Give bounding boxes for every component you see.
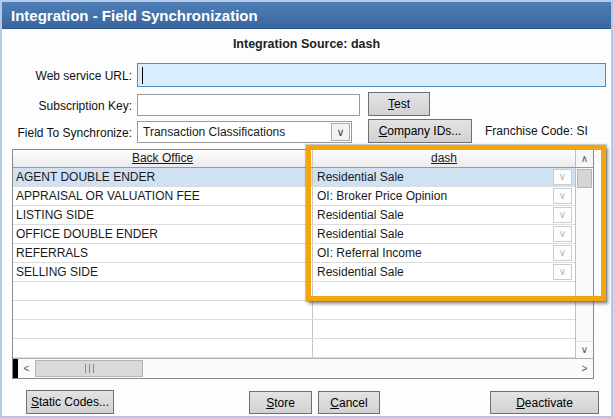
back-office-cell-empty: [13, 301, 313, 319]
dash-cell[interactable]: OI: Broker Price Opinion ∨: [313, 187, 575, 205]
table-header: Back Office dash ∧: [13, 150, 593, 168]
chevron-up-icon: ∧: [581, 154, 588, 164]
field-to-synchronize-select[interactable]: Transaction Classifications ∨: [137, 121, 352, 143]
grip-icon: [85, 364, 94, 373]
back-office-cell[interactable]: SELLING SIDE: [13, 263, 313, 281]
test-button[interactable]: Test: [368, 92, 430, 116]
chevron-down-icon: ∨: [336, 127, 344, 138]
store-button[interactable]: Store: [249, 391, 312, 414]
field-to-synchronize-value: Transaction Classifications: [143, 122, 285, 142]
dash-dropdown-button[interactable]: ∨: [553, 207, 572, 223]
dash-cell-value: OI: Broker Price Opinion: [317, 189, 447, 203]
subscription-key-label: Subscription Key:: [2, 99, 132, 113]
back-office-cell[interactable]: AGENT DOUBLE ENDER: [13, 168, 313, 186]
dash-cell[interactable]: Residential Sale ∨: [313, 263, 575, 281]
table-row-empty[interactable]: [13, 301, 575, 320]
chevron-down-icon: ∨: [559, 210, 566, 220]
dash-cell-value: OI: Referral Income: [317, 246, 422, 260]
scroll-down-button[interactable]: ∨: [576, 341, 593, 358]
web-service-url-label: Web service URL:: [2, 69, 132, 83]
field-to-synchronize-label: Field To Synchronize:: [2, 126, 132, 140]
dash-cell[interactable]: Residential Sale ∨: [313, 225, 575, 243]
chevron-left-icon: <: [24, 364, 30, 374]
dash-dropdown-button[interactable]: ∨: [553, 188, 572, 204]
table-row[interactable]: APPRAISAL OR VALUATION FEE OI: Broker Pr…: [13, 187, 575, 206]
subscription-key-input[interactable]: [137, 94, 360, 116]
table-row[interactable]: OFFICE DOUBLE ENDER Residential Sale ∨: [13, 225, 575, 244]
chevron-down-icon: ∨: [559, 229, 566, 239]
dash-dropdown-button[interactable]: ∨: [553, 226, 572, 242]
column-header-dash[interactable]: dash: [313, 150, 575, 167]
dash-cell-empty: [313, 301, 575, 319]
dash-cell-value: Residential Sale: [317, 170, 404, 184]
scroll-right-button[interactable]: >: [576, 359, 593, 378]
dash-dropdown-button[interactable]: ∨: [553, 169, 572, 185]
dash-cell-empty: [313, 320, 575, 338]
franchise-code-label: Franchise Code: SI: [485, 124, 588, 138]
dash-cell[interactable]: Residential Sale ∨: [313, 168, 575, 186]
dash-cell-empty: [313, 282, 575, 300]
table-row[interactable]: LISTING SIDE Residential Sale ∨: [13, 206, 575, 225]
text-caret: [142, 67, 143, 84]
dash-cell-value: Residential Sale: [317, 265, 404, 279]
scroll-left-button[interactable]: <: [18, 359, 35, 378]
dash-cell[interactable]: Residential Sale ∨: [313, 206, 575, 224]
back-office-cell-empty: [13, 320, 313, 338]
table-row[interactable]: AGENT DOUBLE ENDER Residential Sale ∨: [13, 168, 575, 187]
dash-dropdown-button[interactable]: ∨: [553, 245, 572, 261]
dash-cell[interactable]: OI: Referral Income ∨: [313, 244, 575, 262]
chevron-down-icon: ∨: [559, 191, 566, 201]
mapping-table: Back Office dash ∧ AGENT DOUBLE ENDER Re…: [12, 149, 594, 379]
table-body: AGENT DOUBLE ENDER Residential Sale ∨ AP…: [13, 168, 575, 358]
integration-dialog: Integration - Field Synchronization Inte…: [0, 0, 613, 418]
chevron-down-icon: ∨: [559, 172, 566, 182]
dash-cell-empty: [313, 339, 575, 357]
back-office-cell[interactable]: OFFICE DOUBLE ENDER: [13, 225, 313, 243]
static-codes-button[interactable]: Static Codes...: [26, 390, 114, 414]
horizontal-scrollbar[interactable]: < >: [13, 358, 593, 378]
vertical-scrollbar[interactable]: ∨: [575, 168, 593, 358]
scroll-up-button[interactable]: ∧: [575, 150, 593, 167]
table-row[interactable]: REFERRALS OI: Referral Income ∨: [13, 244, 575, 263]
company-ids-button[interactable]: Company IDs...: [368, 119, 472, 143]
dash-cell-value: Residential Sale: [317, 208, 404, 222]
table-row-empty[interactable]: [13, 320, 575, 339]
horizontal-scrollbar-thumb[interactable]: [35, 360, 143, 377]
dash-cell-value: Residential Sale: [317, 227, 404, 241]
table-row-empty[interactable]: [13, 339, 575, 358]
chevron-down-icon: ∨: [559, 248, 566, 258]
column-header-back-office[interactable]: Back Office: [13, 150, 313, 167]
scrollbar-track[interactable]: [143, 359, 576, 378]
window-title: Integration - Field Synchronization: [11, 7, 258, 24]
back-office-cell[interactable]: APPRAISAL OR VALUATION FEE: [13, 187, 313, 205]
chevron-down-icon: ∨: [581, 345, 588, 355]
chevron-down-icon: ∨: [559, 267, 566, 277]
back-office-cell[interactable]: REFERRALS: [13, 244, 313, 262]
dash-dropdown-button[interactable]: ∨: [553, 264, 572, 280]
back-office-cell-empty: [13, 282, 313, 300]
deactivate-button[interactable]: Deactivate: [490, 391, 599, 414]
chevron-right-icon: >: [582, 364, 588, 374]
window-titlebar: Integration - Field Synchronization: [2, 2, 611, 29]
table-row-empty[interactable]: [13, 282, 575, 301]
vertical-scrollbar-thumb[interactable]: [577, 169, 592, 188]
back-office-cell[interactable]: LISTING SIDE: [13, 206, 313, 224]
integration-source-label: Integration Source: dash: [2, 37, 611, 51]
combo-dropdown-button[interactable]: ∨: [331, 123, 350, 141]
back-office-cell-empty: [13, 339, 313, 357]
cancel-button[interactable]: Cancel: [318, 391, 380, 414]
table-row[interactable]: SELLING SIDE Residential Sale ∨: [13, 263, 575, 282]
web-service-url-input[interactable]: [137, 63, 606, 87]
